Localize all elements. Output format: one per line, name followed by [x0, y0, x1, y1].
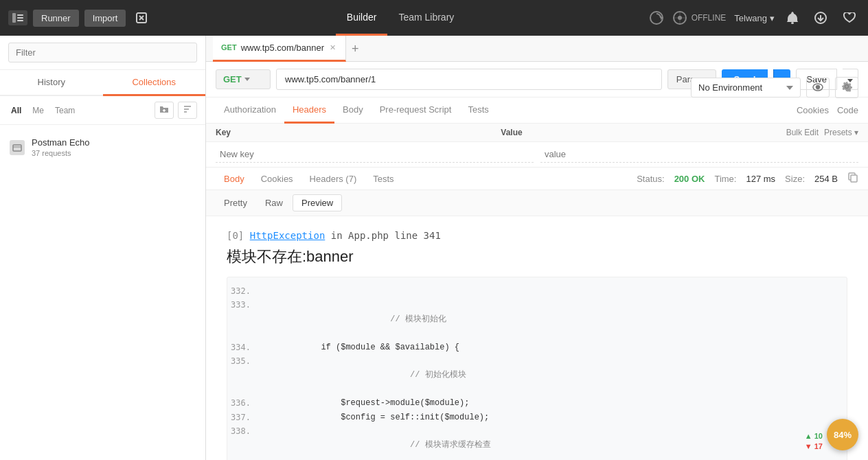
import-button[interactable]: Import — [84, 10, 126, 27]
line-code: if ($module && $available) { — [262, 341, 847, 354]
error-in: in — [331, 230, 348, 241]
subtab-body[interactable]: Body — [334, 97, 372, 124]
status-value: 200 OK — [674, 174, 705, 184]
subtab-headers[interactable]: Headers — [284, 97, 334, 124]
error-header: [0] HttpException in App.php line 341 模块… — [227, 230, 847, 267]
line-code: $config = self::init($module); — [262, 411, 847, 424]
line-code: // 模块请求缓存检查 — [262, 424, 847, 460]
transfer-stats: ▲ 10 ▼ 17 — [805, 432, 823, 450]
resp-tab-body[interactable]: Body — [216, 168, 253, 190]
resp-tab-cookies[interactable]: Cookies — [253, 168, 301, 190]
headers-table-header: Key Value Bulk Edit Presets ▾ — [206, 124, 868, 142]
progress-badge[interactable]: 84% — [827, 419, 858, 450]
header-value-input[interactable] — [540, 146, 858, 163]
response-tabs-bar: Body Cookies Headers (7) Tests Status: 2… — [206, 168, 868, 190]
line-number: 332. — [227, 284, 262, 298]
top-bar-right: OFFLINE Telwang ▾ — [649, 9, 860, 27]
line-number: 335. — [227, 354, 262, 396]
tab-history[interactable]: History — [0, 70, 103, 96]
subtab-authorization[interactable]: Authorization — [216, 97, 284, 124]
presets-button[interactable]: Presets ▾ — [824, 128, 858, 137]
sidebar: History Collections All Me Team — [0, 36, 206, 460]
new-folder-button[interactable] — [155, 102, 174, 119]
value-column-header: Value — [501, 128, 786, 137]
close-tab-button[interactable]: ✕ — [328, 43, 337, 52]
presets-label: Presets — [824, 128, 852, 137]
upload-value: 10 — [814, 432, 823, 440]
view-pretty[interactable]: Pretty — [216, 195, 255, 211]
filter-all[interactable]: All — [8, 104, 24, 117]
response-status-bar: Status: 200 OK Time: 127 ms Size: 254 B — [637, 172, 858, 185]
svg-rect-13 — [791, 22, 794, 24]
method-selector[interactable]: GET — [216, 69, 271, 89]
upload-stat: ▲ 10 — [805, 432, 823, 440]
filter-me[interactable]: Me — [30, 104, 47, 117]
method-label: GET — [223, 74, 242, 84]
request-tabs-bar: GET www.tp5.com/banner ✕ + — [206, 36, 868, 62]
resp-tab-tests[interactable]: Tests — [365, 168, 402, 190]
sort-button[interactable] — [178, 102, 197, 119]
tab-collections[interactable]: Collections — [103, 70, 206, 96]
line-number: 338. — [227, 424, 262, 460]
url-input[interactable] — [276, 69, 662, 90]
resp-tab-headers[interactable]: Headers (7) — [301, 168, 365, 190]
code-line-337: 337. $config = self::init($module); — [227, 411, 847, 424]
header-key-input[interactable] — [216, 146, 534, 163]
favorites-button[interactable] — [839, 10, 860, 26]
env-eye-button[interactable] — [806, 78, 830, 97]
line-number: 336. — [227, 396, 262, 410]
code-block: 332. 333. // 模块初始化 334. if ($module && $… — [227, 277, 847, 460]
env-gear-button[interactable] — [835, 77, 858, 98]
subtabs-right: Cookies Code — [797, 97, 858, 123]
runner-button[interactable]: Runner — [33, 10, 79, 27]
error-info-line: [0] HttpException in App.php line 341 — [227, 230, 847, 241]
filter-input[interactable] — [8, 43, 197, 62]
svg-rect-3 — [17, 20, 23, 21]
tab-team-library[interactable]: Team Library — [387, 0, 465, 36]
subtab-tests[interactable]: Tests — [459, 97, 496, 124]
eye-icon — [812, 83, 823, 91]
subtab-prerequest[interactable]: Pre-request Script — [372, 97, 460, 124]
sidebar-tabs: History Collections — [0, 70, 205, 96]
update-button[interactable] — [810, 9, 831, 27]
response-content: [0] HttpException in App.php line 341 模块… — [206, 216, 868, 460]
user-chevron-icon: ▾ — [770, 13, 775, 23]
view-raw[interactable]: Raw — [257, 195, 291, 211]
code-link[interactable]: Code — [837, 98, 858, 122]
sidebar-toggle-button[interactable] — [8, 10, 27, 25]
env-bar: No Environment — [691, 77, 858, 98]
bulk-edit-button[interactable]: Bulk Edit — [786, 128, 819, 137]
method-badge: GET — [221, 43, 237, 51]
environment-selector[interactable]: No Environment — [691, 78, 801, 97]
time-label: Time: — [714, 174, 736, 184]
size-value: 254 B — [814, 174, 838, 184]
radar-icon — [672, 10, 687, 25]
sidebar-filter-tabs: All Me Team — [8, 104, 78, 117]
download-value: 17 — [814, 442, 823, 450]
tab-builder[interactable]: Builder — [336, 0, 388, 36]
top-bar-left: Runner Import — [8, 9, 152, 27]
env-label: No Environment — [698, 82, 762, 93]
code-line-335: 335. // 初始化模块 — [227, 354, 847, 396]
presets-chevron-icon: ▾ — [854, 128, 858, 137]
svg-rect-2 — [17, 17, 23, 19]
notifications-button[interactable] — [783, 9, 802, 27]
view-preview[interactable]: Preview — [293, 194, 342, 211]
size-label: Size: — [785, 174, 805, 184]
request-subtabs: Authorization Headers Body Pre-request S… — [206, 97, 868, 124]
filter-team[interactable]: Team — [52, 104, 78, 117]
copy-button[interactable] — [847, 172, 858, 185]
offline-badge — [649, 10, 664, 25]
sidebar-search — [0, 36, 205, 70]
request-tab[interactable]: GET www.tp5.com/banner ✕ — [213, 36, 346, 62]
new-request-button[interactable] — [131, 9, 152, 27]
list-item[interactable]: Postman Echo 37 requests — [0, 132, 205, 163]
headers-actions: Bulk Edit Presets ▾ — [786, 128, 858, 137]
headers-input-row — [206, 142, 868, 167]
user-menu-button[interactable]: Telwang ▾ — [734, 13, 775, 23]
error-class-link[interactable]: HttpException — [250, 230, 326, 241]
add-tab-button[interactable]: + — [346, 43, 365, 55]
cookies-link[interactable]: Cookies — [797, 98, 829, 122]
line-code: // 初始化模块 — [262, 354, 847, 396]
error-index: [0] — [227, 230, 244, 241]
